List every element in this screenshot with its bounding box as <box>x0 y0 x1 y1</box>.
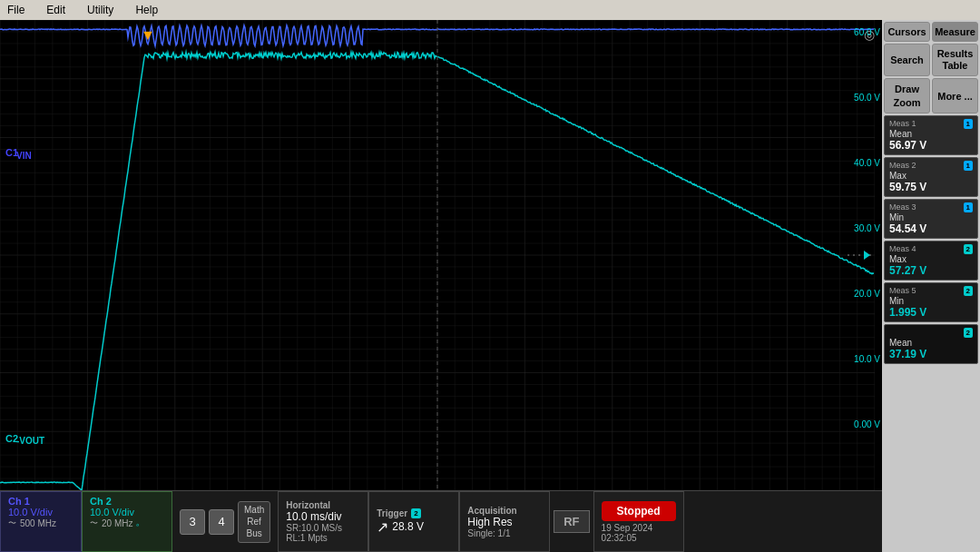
scope-display: ▼ ◎ C1 VIN C2 -VOUT 60.0 V 50.0 V 40.0 V… <box>0 20 882 552</box>
meas6-type: Mean <box>889 338 973 348</box>
menu-help[interactable]: Help <box>132 2 162 18</box>
menu-file[interactable]: File <box>4 2 28 18</box>
meas1-title: Meas 1 <box>889 119 916 128</box>
stopped-button[interactable]: Stopped <box>602 501 676 521</box>
main-area: ▼ ◎ C1 VIN C2 -VOUT 60.0 V 50.0 V 40.0 V… <box>0 20 980 552</box>
datetime: 19 Sep 2024 02:32:05 <box>602 523 676 543</box>
horizontal-title: Horizontal <box>286 500 360 510</box>
acquisition-single: Single: 1/1 <box>467 528 542 538</box>
measure-button[interactable]: Measure <box>932 22 978 42</box>
trigger-slope-icon: ↗ <box>377 518 388 536</box>
meas3-badge: 1 <box>964 202 973 212</box>
acquisition-mode: High Res <box>467 516 542 528</box>
menubar: File Edit Utility Help <box>0 0 980 20</box>
meas5-type: Min <box>889 296 973 306</box>
trigger-badge: 2 <box>411 508 420 518</box>
meas2-badge: 1 <box>964 161 973 171</box>
meas1-box: Meas 1 1 Mean 56.97 V <box>884 115 978 155</box>
acquisition-title: Acquisition <box>467 506 542 516</box>
meas3-type: Min <box>889 212 973 222</box>
trigger-indicator: ▼ <box>141 27 155 44</box>
trigger-section: Trigger 2 ↗ 28.8 V <box>368 491 459 552</box>
ch4-button[interactable]: 4 <box>209 509 234 535</box>
meas4-badge: 2 <box>964 244 973 254</box>
meas1-value: 56.97 V <box>889 139 973 152</box>
y-label-10: 10.0 V <box>854 354 880 364</box>
meas4-title: Meas 4 <box>889 244 916 253</box>
meas6-box: 2 Mean 37.19 V <box>884 324 978 364</box>
ch1-bw: 500 MHz <box>20 518 56 528</box>
meas2-type: Max <box>889 171 973 181</box>
y-label-30: 30.0 V <box>854 223 880 233</box>
meas5-title: Meas 5 <box>889 286 916 295</box>
waveform-display[interactable]: ▼ ◎ C1 VIN C2 -VOUT 60.0 V 50.0 V 40.0 V… <box>0 20 882 490</box>
ch2-status: Ch 2 10.0 V/div 〜 20 MHz ₐ <box>82 491 172 552</box>
third-buttons: Draw Zoom More ... <box>884 78 978 113</box>
meas4-value: 57.27 V <box>889 264 973 277</box>
second-buttons: Search Results Table <box>884 44 978 76</box>
menu-edit[interactable]: Edit <box>43 2 69 18</box>
meas2-box: Meas 2 1 Max 59.75 V <box>884 157 978 197</box>
ch3-button[interactable]: 3 <box>180 509 205 535</box>
acquisition-section: Acquisition High Res Single: 1/1 <box>459 491 550 552</box>
more-button[interactable]: More ... <box>932 78 978 113</box>
ch1-div: 10.0 V/div <box>8 507 74 518</box>
meas5-box: Meas 5 2 Min 1.995 V <box>884 282 978 322</box>
search-button[interactable]: Search <box>884 44 930 76</box>
ch1-status: Ch 1 10.0 V/div 〜 500 MHz <box>0 491 82 552</box>
results-table-button[interactable]: Results Table <box>932 44 978 76</box>
meas4-type: Max <box>889 254 973 264</box>
y-label-50: 50.0 V <box>854 93 880 103</box>
ch1-name: VIN <box>16 151 32 161</box>
menu-utility[interactable]: Utility <box>83 2 117 18</box>
rf-button[interactable]: RF <box>554 510 589 533</box>
ch1-status-label: Ch 1 <box>8 496 74 507</box>
ch2-bw: 20 MHz <box>102 518 132 528</box>
stopped-section: Stopped 19 Sep 2024 02:32:05 <box>593 491 684 552</box>
y-label-20: 20.0 V <box>854 289 880 299</box>
meas6-value: 37.19 V <box>889 348 973 360</box>
meas6-badge: 2 <box>964 328 973 338</box>
meas5-badge: 2 <box>964 286 973 296</box>
ch1-bw-icon: 〜 <box>8 518 16 529</box>
y-label-60: 60.0 V <box>854 27 880 37</box>
y-label-0: 0.00 V <box>854 419 880 429</box>
ch2-bw-indicator: ₐ <box>136 519 139 527</box>
right-panel: Cursors Measure Search Results Table Dra… <box>882 20 980 552</box>
meas2-title: Meas 2 <box>889 161 916 170</box>
horizontal-div: 10.0 ms/div <box>286 510 360 523</box>
status-bar: Ch 1 10.0 V/div 〜 500 MHz Ch 2 10.0 V/di… <box>0 490 882 552</box>
meas1-badge: 1 <box>964 119 973 129</box>
meas5-value: 1.995 V <box>889 306 973 319</box>
top-buttons: Cursors Measure <box>884 22 978 42</box>
meas1-type: Mean <box>889 129 973 139</box>
meas3-box: Meas 3 1 Min 54.54 V <box>884 199 978 239</box>
cursors-button[interactable]: Cursors <box>884 22 930 42</box>
meas3-title: Meas 3 <box>889 202 916 212</box>
ch2-name: -VOUT <box>16 436 44 446</box>
channel-buttons: 3 4 Math Ref Bus <box>172 491 278 552</box>
meas3-value: 54.54 V <box>889 222 973 235</box>
trigger-value: 28.8 V <box>392 520 424 533</box>
horizontal-section: Horizontal 10.0 ms/div SR:10.0 MS/s RL:1… <box>278 491 368 552</box>
horizontal-rl: RL:1 Mpts <box>286 533 360 543</box>
meas4-box: Meas 4 2 Max 57.27 V <box>884 241 978 281</box>
meas2-value: 59.75 V <box>889 181 973 193</box>
ch2-bw-icon: 〜 <box>90 518 98 529</box>
y-label-40: 40.0 V <box>854 158 880 168</box>
math-ref-bus-button[interactable]: Math Ref Bus <box>238 501 270 543</box>
trigger-title: Trigger <box>377 508 407 518</box>
draw-zoom-button[interactable]: Draw Zoom <box>884 78 930 113</box>
ch2-div: 10.0 V/div <box>90 507 164 518</box>
horizontal-sr: SR:10.0 MS/s <box>286 523 360 533</box>
ch2-status-label: Ch 2 <box>90 496 164 507</box>
